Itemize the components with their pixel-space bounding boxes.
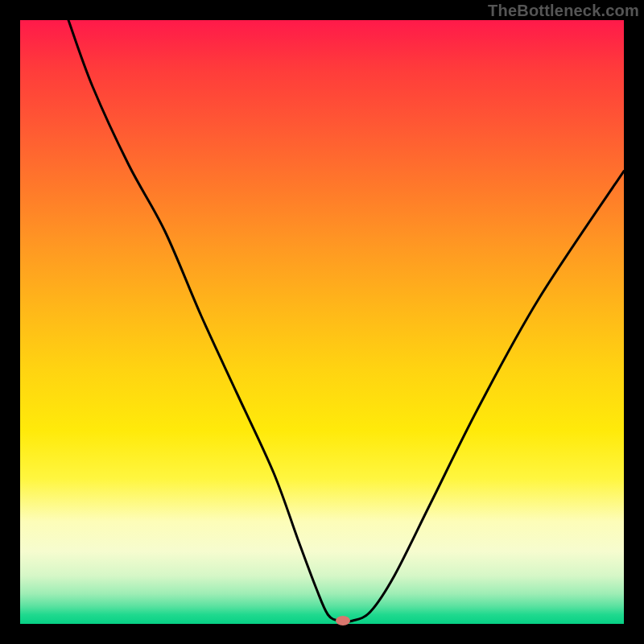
chart-frame: TheBottleneck.com (0, 0, 644, 644)
optimum-marker (336, 616, 350, 625)
plot-area (20, 20, 624, 624)
bottleneck-curve (20, 20, 624, 624)
watermark-text: TheBottleneck.com (488, 2, 639, 20)
